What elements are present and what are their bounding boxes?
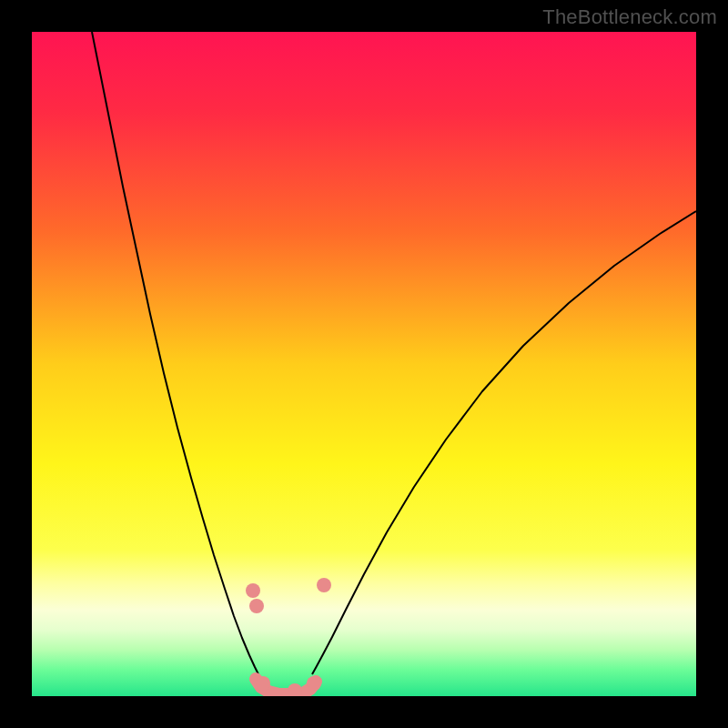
dot-left-2	[249, 599, 264, 613]
dot-left-1	[246, 583, 260, 598]
dot-bottom-right	[307, 676, 321, 691]
plot-area	[32, 32, 696, 696]
chart-overlay	[32, 32, 696, 696]
watermark-text: TheBottleneck.com	[542, 5, 717, 29]
left-curve	[92, 32, 258, 674]
right-curve	[312, 211, 696, 674]
dot-bottom-left	[256, 676, 270, 691]
dot-right-1	[317, 578, 331, 592]
dot-bottom-mid	[288, 683, 302, 696]
